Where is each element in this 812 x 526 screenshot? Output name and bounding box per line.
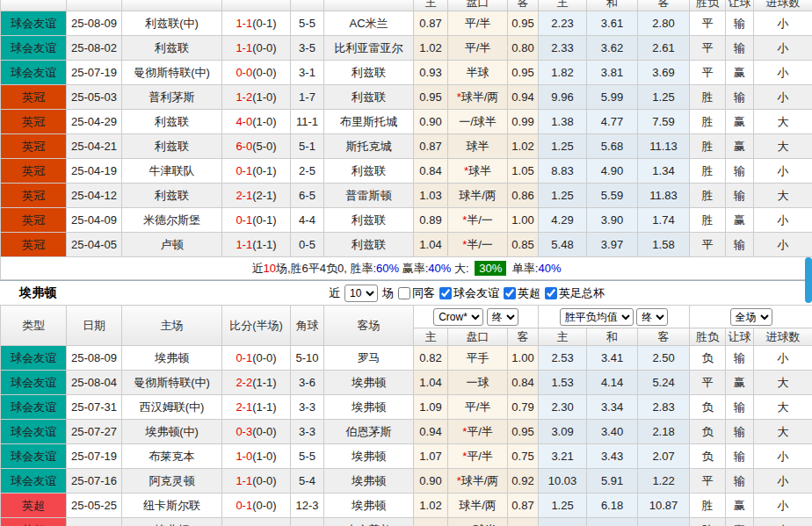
record-summary: 近10场,胜6平4负0, 胜率:60% 赢率:40% 大: 30% 单率:40% (1, 257, 812, 280)
result-cell: 平 (690, 233, 726, 257)
handicap-result-cell: 输 (726, 159, 754, 184)
handicap-cell: *平/半 (448, 444, 508, 469)
match-row: 英冠25-04-09米德尔斯堡0-1(0-1)4-4利兹联0.89*半/一1.0… (1, 208, 812, 233)
header-spacer (291, 0, 324, 11)
corner-cell: 4-5 (291, 518, 324, 526)
home-team-cell: 埃弗顿(中) (122, 420, 222, 444)
euro-draw-odds-cell: 5.91 (587, 469, 638, 494)
col-header-score: 比分(半场) (222, 306, 291, 346)
away-team-cell: 利兹联 (324, 159, 414, 184)
header-spacer (67, 0, 122, 11)
score-cell: 0-1(0-1) (222, 208, 291, 233)
euro-draw-odds-cell: 5.59 (587, 184, 638, 208)
away-team-cell: 罗马 (324, 346, 414, 371)
euro-home-odds-cell: 9.96 (539, 85, 587, 110)
home-team-cell: 埃弗顿 (122, 346, 222, 371)
header-spacer (324, 0, 414, 11)
score-cell: 1-1(0-0) (222, 469, 291, 494)
away-team-cell: 埃弗顿 (324, 371, 414, 395)
handicap-cell: 半球 (448, 61, 508, 85)
home-handicap-odds-cell: 1.09 (414, 395, 448, 420)
result-cell: 胜 (690, 134, 726, 159)
home-team-cell: 牛津联队 (122, 159, 222, 184)
scrollbar-thumb[interactable] (805, 257, 812, 303)
handicap-cell: 球半 (448, 134, 508, 159)
result-cell: 胜 (690, 184, 726, 208)
leeds-history-table: 主 盘口 客 主 和 客 胜负 让球 进球数 球会友谊25-08-09利兹联(中… (0, 0, 812, 280)
euro-home-odds-cell: 1.25 (539, 134, 587, 159)
filter-premier-league[interactable]: 英超 (504, 285, 540, 301)
company-select[interactable]: Crow* (433, 308, 483, 326)
result-cell: 胜 (690, 85, 726, 110)
date-cell: 25-07-27 (67, 420, 122, 444)
home-handicap-odds-cell: 0.82 (414, 346, 448, 371)
euro-home-odds-cell: 5.48 (539, 233, 587, 257)
home-team-cell: 卢顿 (122, 233, 222, 257)
home-team-cell: 利兹联 (122, 110, 222, 134)
premier-league-checkbox[interactable] (504, 287, 516, 299)
home-team-cell: 埃弗顿 (122, 518, 222, 526)
col-header-away-odds: 客 (508, 328, 539, 346)
filter-fa-cup[interactable]: 英足总杯 (545, 285, 605, 301)
col-header-euro-draw: 和 (587, 0, 638, 11)
goals-total-cell: 小 (754, 85, 812, 110)
home-handicap-odds-cell: 1.04 (414, 233, 448, 257)
euro-draw-odds-cell: 3.81 (587, 61, 638, 85)
summary-segment: 赢率: (399, 262, 428, 275)
match-row: 球会友谊25-07-31西汉姆联(中)2-1(1-1)3-3埃弗顿1.09平/半… (1, 395, 812, 420)
away-team-cell: 伯恩茅斯 (324, 420, 414, 444)
euro-away-odds-cell: 1.25 (638, 85, 690, 110)
fa-cup-checkbox[interactable] (545, 287, 557, 299)
scope-header: 全场 (690, 306, 812, 328)
result-cell: 负 (690, 395, 726, 420)
company-state-select[interactable]: 终 (487, 308, 518, 326)
euro-state-select[interactable]: 终 (636, 308, 668, 326)
home-team-cell: 布莱克本 (122, 444, 222, 469)
score-cell: 0-1(0-1) (222, 159, 291, 184)
goals-total-cell: 大 (754, 371, 812, 395)
friendly-checkbox[interactable] (439, 287, 452, 299)
away-handicap-odds-cell: 0.94 (508, 85, 539, 110)
score-cell: 0-0(0-0) (222, 61, 291, 85)
corner-cell: 3-5 (291, 36, 324, 61)
col-header-let-ball: 让球 (726, 0, 754, 11)
filter-friendly[interactable]: 球会友谊 (439, 285, 499, 301)
handicap-cell: *平/半 (448, 420, 508, 444)
league-type-cell: 英冠 (1, 184, 67, 208)
same-away-filter[interactable]: 同客 (398, 285, 435, 301)
goals-total-cell: 大 (754, 110, 812, 134)
euro-home-odds-cell: 2.23 (539, 11, 587, 36)
date-cell: 25-04-29 (67, 110, 122, 134)
match-row: 英冠25-04-29利兹联4-0(1-0)11-1布里斯托城0.90一/球半0.… (1, 110, 812, 134)
home-handicap-odds-cell: 1.03 (414, 184, 448, 208)
date-cell: 25-04-05 (67, 233, 122, 257)
everton-table-header: 类型 日期 主场 比分(半场) 角球 客场 Crow* 终 胜平负均值 终 全场 (1, 306, 812, 346)
date-cell: 25-05-25 (67, 494, 122, 518)
euro-home-odds-cell: 1.82 (539, 61, 587, 85)
euro-home-odds-cell: 2.33 (539, 36, 587, 61)
match-row: 球会友谊25-08-09埃弗顿0-1(0-0)5-10罗马0.82平手1.002… (1, 346, 812, 371)
goals-total-cell: 小 (754, 469, 812, 494)
euro-draw-odds-cell: 3.41 (587, 346, 638, 371)
home-team-cell: 曼彻斯特联(中) (122, 371, 222, 395)
away-handicap-odds-cell: 1.02 (508, 134, 539, 159)
near-label: 近 (329, 285, 340, 301)
match-stats-page: 主 盘口 客 主 和 客 胜负 让球 进球数 球会友谊25-08-09利兹联(中… (0, 0, 812, 526)
same-away-checkbox[interactable] (398, 287, 410, 299)
handicap-cell: 一/球半 (448, 518, 508, 526)
league-type-cell: 球会友谊 (1, 346, 67, 371)
col-header-home-odds: 主 (414, 0, 448, 11)
score-cell: 2-1(2-1) (222, 184, 291, 208)
match-row: 球会友谊25-07-27埃弗顿(中)0-3(0-0)3-3伯恩茅斯0.94*平/… (1, 420, 812, 444)
goals-total-cell: 大 (754, 134, 812, 159)
euro-away-odds-cell: 7.59 (638, 110, 690, 134)
away-team-cell: 比利亚雷亚尔 (324, 36, 414, 61)
euro-home-odds-cell: 1.25 (539, 494, 587, 518)
home-handicap-odds-cell: 0.90 (414, 110, 448, 134)
euro-avg-select[interactable]: 胜平负均值 (560, 308, 634, 326)
scope-select[interactable]: 全场 (730, 308, 772, 326)
corner-cell: 3-1 (291, 61, 324, 85)
recent-games-select[interactable]: 10 (344, 285, 378, 302)
date-cell: 25-04-19 (67, 159, 122, 184)
score-cell: 2-1(1-1) (222, 395, 291, 420)
